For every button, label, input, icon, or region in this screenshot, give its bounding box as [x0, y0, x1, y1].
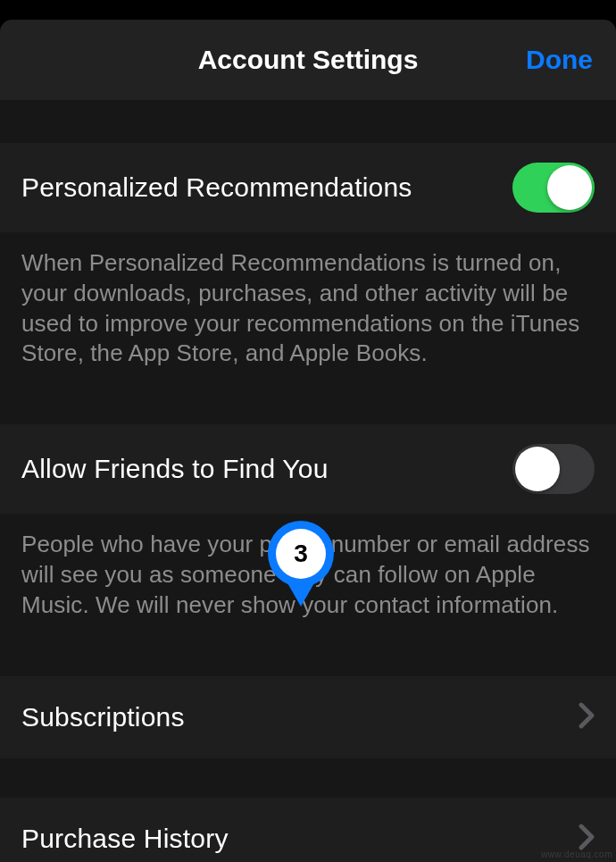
toggle-knob: [547, 165, 592, 210]
spacer: [0, 758, 616, 798]
done-button[interactable]: Done: [526, 45, 593, 75]
personalized-toggle[interactable]: [512, 163, 595, 213]
personalized-label: Personalized Recommendations: [21, 172, 412, 203]
allow-friends-description: People who have your phone number or ema…: [0, 514, 616, 638]
chevron-right-icon: [579, 700, 595, 734]
account-settings-modal: Account Settings Done Personalized Recom…: [0, 20, 616, 862]
allow-friends-toggle[interactable]: [512, 444, 595, 494]
modal-header: Account Settings Done: [0, 20, 616, 100]
personalized-recommendations-row: Personalized Recommendations: [0, 143, 616, 232]
subscriptions-label: Subscriptions: [21, 702, 185, 732]
subscriptions-row[interactable]: Subscriptions: [0, 676, 616, 758]
toggle-knob: [515, 447, 560, 491]
purchase-history-label: Purchase History: [21, 824, 229, 854]
spacer: [0, 639, 616, 676]
purchase-history-row[interactable]: Purchase History: [0, 798, 616, 862]
page-title: Account Settings: [198, 45, 419, 75]
allow-friends-row: Allow Friends to Find You: [0, 424, 616, 514]
spacer: [0, 100, 616, 143]
watermark: www.deuaq.com: [541, 849, 612, 859]
allow-friends-label: Allow Friends to Find You: [21, 454, 329, 484]
personalized-description: When Personalized Recommendations is tur…: [0, 232, 616, 387]
spacer: [0, 387, 616, 424]
